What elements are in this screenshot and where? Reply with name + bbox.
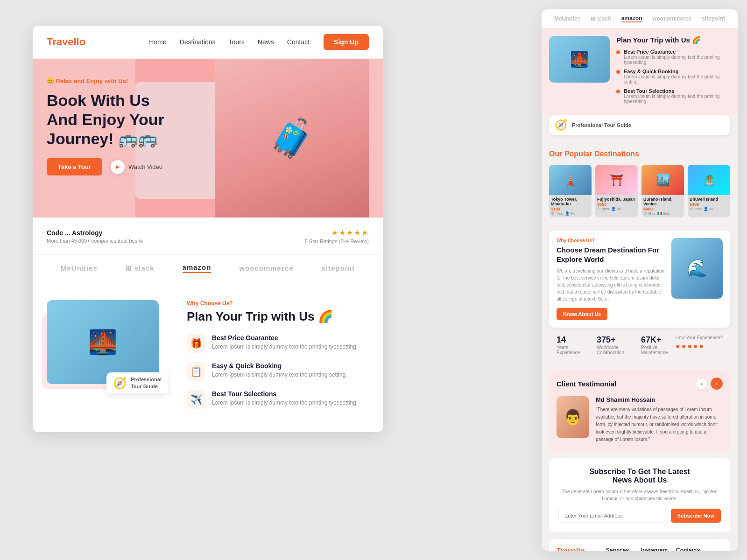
- testimonial-header: Client Testimonial ‹ ›: [557, 378, 723, 390]
- stat-positive: 67K+ PositiveMaintenance: [641, 335, 668, 355]
- trust-left: Code ... Astrology More than 45.000+ com…: [47, 229, 143, 244]
- rp-feature-3-desc: Lorem ipsum is simply dummy text the pri…: [624, 94, 730, 104]
- dest-card-tokyo[interactable]: 🗼 Tokyo Tower, Minato-ku $109 ⏱ 4hrs👤 3k: [549, 165, 592, 217]
- left-panel: Travello Home Destinations Tours News Co…: [33, 26, 383, 432]
- nav-tours[interactable]: Tours: [229, 38, 245, 46]
- why-image: 🌉: [47, 300, 159, 384]
- rp-why-title: Plan Your Trip with Us 🌈: [616, 36, 730, 44]
- hero-title: Book With Us And Enjoy Your Journey! 🚌🚌: [47, 91, 177, 148]
- dest-card-venice[interactable]: 🏙️ Burano Island, Venice $489 ⏱ 5hrs🇮🇹 I…: [641, 165, 684, 217]
- rp-why-section: 🌉 Plan Your Trip with Us 🌈 Best Price Gu…: [542, 28, 738, 115]
- tour-guide-badge: 🧭 ProfessionalTour Guide: [106, 372, 168, 393]
- know-more-button[interactable]: Know About Us: [557, 308, 607, 320]
- rp-feature-2-content: Easy & Quick Booking Lorem ipsum is simp…: [624, 69, 730, 84]
- signup-button[interactable]: Sign Up: [324, 34, 369, 50]
- rp-dream-desc: We are developing our clients and have a…: [557, 267, 665, 302]
- hero-content: 😊 Relax and Enjoy with Us! Book With Us …: [33, 59, 191, 189]
- play-icon: ▶: [111, 160, 125, 174]
- tagline-text: Relax and Enjoy with Us!: [56, 77, 128, 84]
- feature-booking-title: Easy & Quick Booking: [212, 362, 347, 370]
- rp-why-content: Plan Your Trip with Us 🌈 Best Price Guar…: [616, 36, 730, 108]
- why-tag: Why Choose Us?: [187, 300, 369, 307]
- nav-news[interactable]: News: [258, 38, 274, 46]
- feature-price-content: Best Price Guarantee Lorem Ipsum is simp…: [212, 334, 358, 351]
- experience-label: How Your Experience?: [676, 335, 723, 340]
- rp-destinations-section: Our Popular Destinations 🗼 Tokyo Tower, …: [542, 142, 738, 231]
- star-rating: ★★★★★: [305, 228, 369, 237]
- feature-tours-content: Best Tour Selections Lorem Ipsum is simp…: [212, 390, 358, 407]
- rp-feature-2-name: Easy & Quick Booking: [624, 69, 730, 74]
- feature-booking-content: Easy & Quick Booking Lorem Ipsum is simp…: [212, 362, 347, 379]
- rp-feature-1: Best Price Guarantee Lorem ipsum is simp…: [616, 49, 730, 65]
- subscribe-email-input[interactable]: [558, 509, 667, 523]
- rp-feature-1-desc: Lorem ipsum is simply dummy text the pri…: [624, 55, 730, 65]
- rp-feature-1-name: Best Price Guarantee: [624, 49, 730, 55]
- hero-image: 🧳: [215, 59, 369, 217]
- rp-stats: 14 YearsExperience 375+ WorldwideCollabo…: [549, 335, 730, 363]
- tour-guide-label: ProfessionalTour Guide: [131, 376, 162, 390]
- stat-collab-num: 375+: [597, 335, 624, 345]
- nav-home[interactable]: Home: [149, 38, 166, 46]
- subscribe-button[interactable]: Subscribe Now: [671, 509, 721, 523]
- testimonial-prev-button[interactable]: ‹: [696, 378, 708, 390]
- rp-feature-dot-2: [616, 70, 620, 74]
- nav-destinations[interactable]: Destinations: [180, 38, 216, 46]
- feature-price: 🎁 Best Price Guarantee Lorem Ipsum is si…: [187, 334, 369, 353]
- feature-booking-desc: Lorem Ipsum is simply dummy text the pri…: [212, 371, 347, 379]
- why-section: 🌉 🧭 ProfessionalTour Guide Why Choose Us…: [33, 281, 383, 432]
- dest-card-japan[interactable]: ⛩️ Fujiyoshida, Japan $553 ⏱ 4hrs👤 2k: [595, 165, 638, 217]
- rating-text: 5 Star Ratings (2k+ Review): [305, 238, 369, 244]
- nav-contact[interactable]: Contact: [287, 38, 310, 46]
- testimonial-nav: ‹ ›: [696, 378, 723, 390]
- trust-subtitle: More than 45.000+ companies trust besnk: [47, 238, 143, 244]
- footer-grid: Travello The generated Lorem Ipsum as an…: [557, 547, 723, 551]
- rp-brand-amazon: amazon: [621, 15, 642, 22]
- brand-sitepoint: sitepoint: [321, 264, 355, 272]
- rp-brands-bar: MeUndies ⊞ slack amazon woocommerce site…: [542, 9, 738, 28]
- rp-feature-1-content: Best Price Guarantee Lorem ipsum is simp…: [624, 49, 730, 65]
- dest-meta-tokyo: ⏱ 4hrs👤 3k: [549, 211, 592, 217]
- subscribe-title: Subscribe To Get The LatestNews About Us: [558, 468, 721, 484]
- feature-price-desc: Lorem Ipsum is simply dummy text the pri…: [212, 343, 358, 351]
- rp-dream-tag: Why Choose Us?: [557, 238, 665, 243]
- testimonial-avatar: 👨: [557, 396, 589, 438]
- rp-dream-section: Why Choose Us? Choose Dream Destination …: [549, 231, 730, 328]
- watch-video-button[interactable]: ▶ Watch Video: [111, 160, 162, 174]
- hero-buttons: Take a Tour ▶ Watch Video: [47, 158, 177, 175]
- take-tour-button[interactable]: Take a Tour: [47, 158, 102, 175]
- hero-title-line1: Book With Us: [47, 91, 150, 109]
- nav-links: Home Destinations Tours News Contact: [149, 38, 310, 46]
- rp-brand-woocommerce: woocommerce: [652, 15, 691, 22]
- dest-price-japan: $553: [595, 202, 638, 207]
- logo[interactable]: Travello: [47, 36, 85, 48]
- dest-price-dhuveli: $489: [688, 202, 730, 207]
- dest-name-japan: Fujiyoshida, Japan: [595, 195, 638, 202]
- dest-price-venice: $489: [641, 207, 684, 211]
- footer-instagram-heading: Instagram: [641, 547, 669, 551]
- feature-booking: 📋 Easy & Quick Booking Lorem Ipsum is si…: [187, 362, 369, 381]
- rp-dest-title-highlight: Destinations: [594, 150, 639, 158]
- dest-price-tokyo: $109: [549, 207, 592, 211]
- hero-tagline: 😊 Relax and Enjoy with Us!: [47, 77, 177, 84]
- rp-tour-guide-label: Professional Tour Guide: [572, 122, 631, 128]
- footer-logo-prefix: Tra: [557, 547, 568, 551]
- dest-meta-venice: ⏱ 5hrs🇮🇹 Italy: [641, 211, 684, 217]
- rp-feature-3-content: Best Tour Selections Lorem ipsum is simp…: [624, 88, 730, 104]
- feature-tours-title: Best Tour Selections: [212, 390, 358, 398]
- tour-guide-icon: 🧭: [113, 377, 127, 390]
- feature-tours-desc: Lorem Ipsum is simply dummy text the pri…: [212, 399, 358, 407]
- rp-tour-guide-icon: 🧭: [555, 119, 567, 131]
- feature-price-title: Best Price Guarantee: [212, 334, 358, 342]
- testimonial-name: Md Shamim Hossain: [596, 396, 723, 403]
- why-title: Plan Your Trip with Us 🌈: [187, 309, 369, 324]
- rp-why-image: 🌉: [549, 36, 610, 83]
- dest-card-dhuveli[interactable]: 🏝️ Dhuveli Island $489 ⏱ 3hrs👤 3k: [688, 165, 730, 217]
- footer-contacts-col: Contacts 📍 Street, Boundry St, UnilnMani…: [676, 547, 723, 551]
- tagline-emoji: 😊: [47, 77, 56, 84]
- testimonial-next-button[interactable]: ›: [711, 378, 723, 390]
- rp-subscribe-section: Subscribe To Get The LatestNews About Us…: [549, 458, 730, 532]
- testimonial-content: Md Shamim Hossain "There are many variat…: [596, 396, 723, 443]
- rp-dest-title-plain: Our Popular: [549, 150, 592, 158]
- rp-brand-meundies: MeUndies: [554, 15, 581, 22]
- right-panel: MeUndies ⊞ slack amazon woocommerce site…: [542, 9, 738, 551]
